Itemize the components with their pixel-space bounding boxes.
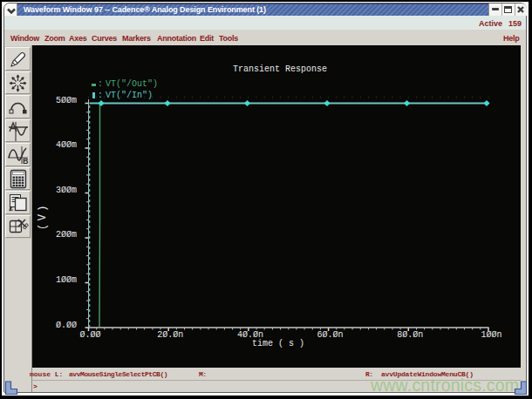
svg-text:B: B bbox=[23, 157, 29, 166]
